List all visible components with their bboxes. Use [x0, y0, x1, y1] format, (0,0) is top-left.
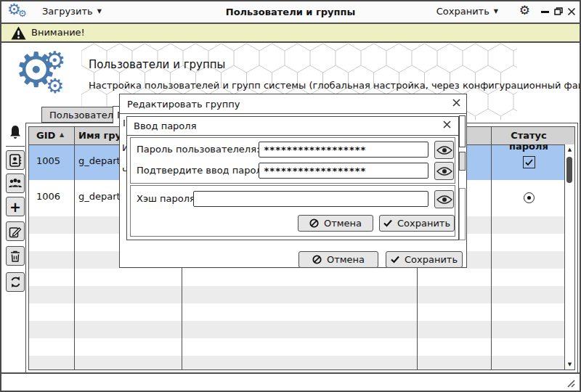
confirm-password-field-label: Подтвердите ввод пароля:	[137, 163, 271, 179]
hash-input[interactable]	[193, 191, 428, 207]
sort-ascending-icon: ▲	[60, 132, 64, 138]
close-edit-group-dialog-button[interactable]	[452, 99, 460, 107]
bell-icon[interactable]	[8, 125, 23, 141]
user-card-icon	[9, 154, 22, 167]
password-dialog-save-button[interactable]: Сохранить	[379, 215, 455, 232]
load-menu-label: Загрузить	[42, 6, 93, 17]
dialog-title-divider	[127, 135, 458, 136]
close-icon	[443, 121, 451, 128]
save-menu-button[interactable]: Сохранить ▼	[436, 6, 498, 17]
page-logo-gear-bottom-icon: ⚙	[46, 76, 64, 97]
password-fields-group: Пароль пользователеля: Подтвердите ввод …	[130, 137, 455, 184]
eye-icon	[436, 166, 452, 176]
page-logo-gear-top-icon: ⚙	[44, 48, 65, 73]
scroll-down-button[interactable]: ▼	[565, 359, 574, 369]
chevron-down-icon: ▼	[494, 9, 498, 15]
cancel-label: Отмена	[327, 254, 365, 265]
column-header-password-status[interactable]: Статус пароля	[491, 130, 566, 152]
eye-icon	[436, 195, 452, 205]
column-header-gid[interactable]: GID	[36, 130, 55, 141]
scroll-up-button[interactable]: ▲	[565, 144, 574, 155]
column-divider	[491, 127, 492, 369]
triangle-down-icon: ▼	[568, 362, 572, 367]
settings-gear-icon[interactable]: ⚙	[519, 4, 530, 17]
password-input[interactable]	[259, 142, 428, 158]
hidden-field-sliver	[459, 115, 466, 147]
delete-button[interactable]	[6, 246, 25, 266]
app-logo-gear-small-icon: ⚙	[18, 9, 27, 18]
user-group-button[interactable]	[6, 173, 25, 193]
pencil-icon	[9, 225, 22, 238]
app-window: ⚙ ⚙ Загрузить ▼ Пользователи и группы Со…	[0, 0, 581, 392]
triangle-up-icon: ▲	[568, 147, 572, 152]
show-password-button[interactable]	[434, 141, 454, 159]
scrollbar-thumb[interactable]	[566, 157, 572, 183]
trash-icon	[9, 250, 21, 263]
save-label: Сохранить	[397, 218, 450, 229]
warning-text: Внимание!	[31, 27, 85, 38]
hash-group: Хэш пароля: Отмена Сохранить	[130, 185, 455, 237]
vertical-scrollbar[interactable]: ▲ ▼	[564, 144, 574, 369]
close-window-button[interactable]	[567, 7, 576, 16]
edit-dialog-cancel-button[interactable]: Отмена	[298, 251, 378, 268]
restore-button[interactable]	[554, 7, 563, 15]
warning-triangle-icon	[11, 26, 26, 40]
password-status-checkbox-checked[interactable]	[523, 156, 535, 168]
save-label: Сохранить	[405, 254, 458, 265]
top-toolbar: ⚙ ⚙ Загрузить ▼ Пользователи и группы Со…	[1, 1, 580, 24]
edit-group-dialog-title: Редактировать группу	[127, 99, 240, 110]
radio-dot	[527, 196, 531, 200]
plus-icon: +	[9, 199, 21, 215]
show-hash-button[interactable]	[434, 190, 454, 208]
minimize-button[interactable]	[541, 11, 549, 13]
chevron-down-icon: ▼	[97, 9, 102, 15]
page-subtitle: Настройка пользователей и групп системы …	[89, 80, 581, 91]
warning-bar: Внимание!	[1, 24, 580, 43]
password-dialog-title: Ввод пароля	[134, 121, 196, 131]
password-entry-dialog: Ввод пароля Пароль пользователеля: Подтв…	[126, 116, 459, 240]
user-group-icon	[8, 178, 23, 189]
page-title: Пользователи и группы	[89, 58, 225, 71]
column-divider	[74, 127, 75, 369]
check-icon	[525, 159, 533, 166]
hidden-groupbox-sliver	[459, 188, 466, 240]
refresh-button[interactable]	[6, 272, 25, 292]
restore-icon	[554, 7, 563, 15]
refresh-icon	[9, 276, 22, 288]
edit-dialog-save-button[interactable]: Сохранить	[386, 251, 463, 268]
minimize-icon	[541, 11, 549, 13]
toolbar-divider	[6, 146, 25, 147]
check-icon	[383, 219, 392, 227]
dialog-title-divider	[120, 113, 466, 114]
save-menu-label: Сохранить	[436, 6, 489, 17]
edit-button[interactable]	[6, 221, 25, 241]
load-menu-button[interactable]: Загрузить ▼	[42, 6, 102, 17]
hash-field-label: Хэш пароля:	[137, 191, 198, 207]
close-icon	[567, 7, 576, 16]
check-icon	[391, 256, 399, 264]
cancel-label: Отмена	[324, 218, 362, 229]
cancel-circle-slash-icon	[309, 219, 319, 228]
user-card-button[interactable]	[6, 150, 25, 170]
gid-cell: 1005	[36, 155, 60, 166]
close-icon	[452, 99, 460, 107]
add-button[interactable]: +	[6, 197, 25, 216]
eye-icon	[436, 145, 452, 155]
gid-cell: 1006	[36, 191, 60, 202]
resize-grip-icon[interactable]	[562, 377, 575, 388]
hidden-button-sliver	[459, 152, 466, 171]
hidden-label-fragment: I	[123, 118, 126, 128]
show-confirm-password-button[interactable]	[434, 162, 454, 180]
confirm-password-input[interactable]	[259, 163, 428, 179]
cancel-circle-slash-icon	[312, 255, 322, 264]
password-field-label: Пароль пользователеля:	[137, 142, 259, 158]
password-status-radio-selected[interactable]	[524, 192, 535, 203]
close-password-dialog-button[interactable]	[443, 121, 451, 128]
status-bar	[1, 372, 580, 391]
password-dialog-cancel-button[interactable]: Отмена	[298, 215, 373, 232]
